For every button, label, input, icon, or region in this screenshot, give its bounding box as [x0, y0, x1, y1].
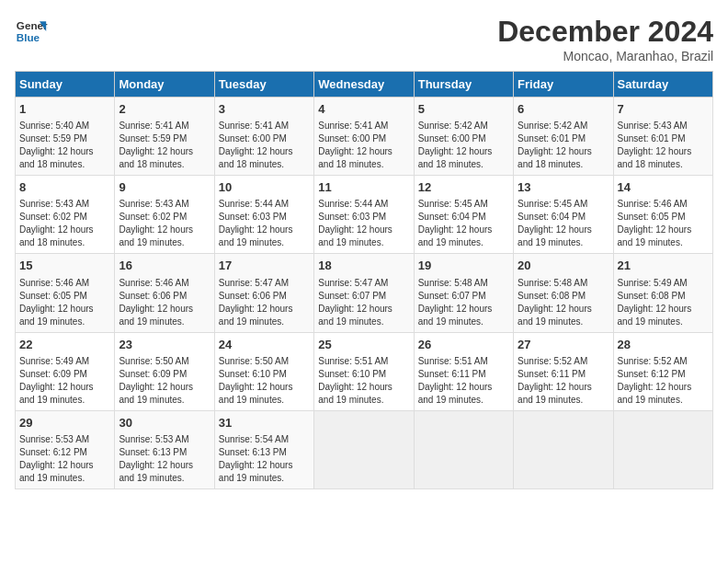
- day-of-week-header: Thursday: [414, 72, 513, 98]
- calendar-day-cell: [314, 410, 414, 488]
- day-of-week-header: Wednesday: [314, 72, 414, 98]
- day-number: 30: [119, 415, 210, 431]
- calendar-week-row: 15Sunrise: 5:46 AMSunset: 6:05 PMDayligh…: [16, 254, 713, 332]
- day-number: 26: [418, 337, 509, 353]
- svg-text:Blue: Blue: [17, 31, 40, 43]
- day-info: Sunrise: 5:42 AMSunset: 6:01 PMDaylight:…: [518, 120, 609, 171]
- logo-icon: General Blue: [15, 15, 48, 48]
- calendar-day-cell: 28Sunrise: 5:52 AMSunset: 6:12 PMDayligh…: [613, 332, 712, 410]
- day-of-week-header: Friday: [514, 72, 613, 98]
- calendar-day-cell: 31Sunrise: 5:54 AMSunset: 6:13 PMDayligh…: [214, 410, 313, 488]
- day-number: 22: [19, 337, 110, 353]
- day-info: Sunrise: 5:45 AMSunset: 6:04 PMDaylight:…: [518, 198, 609, 249]
- day-of-week-header: Sunday: [16, 72, 115, 98]
- day-number: 16: [119, 258, 210, 274]
- day-info: Sunrise: 5:50 AMSunset: 6:10 PMDaylight:…: [219, 355, 310, 407]
- day-info: Sunrise: 5:47 AMSunset: 6:07 PMDaylight:…: [318, 277, 409, 328]
- day-info: Sunrise: 5:49 AMSunset: 6:09 PMDaylight:…: [19, 355, 110, 407]
- calendar-day-cell: 8Sunrise: 5:43 AMSunset: 6:02 PMDaylight…: [16, 176, 115, 254]
- day-number: 28: [618, 337, 709, 353]
- title-area: December 2024 Moncao, Maranhao, Brazil: [497, 15, 713, 63]
- day-number: 12: [418, 179, 509, 196]
- calendar-day-cell: 2Sunrise: 5:41 AMSunset: 5:59 PMDaylight…: [115, 98, 214, 176]
- header: General Blue December 2024 Moncao, Maran…: [15, 15, 713, 63]
- day-number: 17: [219, 258, 310, 274]
- day-number: 20: [518, 258, 609, 274]
- day-of-week-header: Tuesday: [214, 72, 313, 98]
- day-number: 7: [618, 101, 709, 118]
- day-info: Sunrise: 5:41 AMSunset: 6:00 PMDaylight:…: [318, 120, 409, 171]
- calendar-day-cell: 3Sunrise: 5:41 AMSunset: 6:00 PMDaylight…: [214, 98, 313, 176]
- calendar-day-cell: 19Sunrise: 5:48 AMSunset: 6:07 PMDayligh…: [414, 254, 513, 332]
- day-number: 6: [518, 101, 609, 118]
- calendar-day-cell: 13Sunrise: 5:45 AMSunset: 6:04 PMDayligh…: [514, 176, 613, 254]
- calendar-day-cell: 17Sunrise: 5:47 AMSunset: 6:06 PMDayligh…: [214, 254, 313, 332]
- day-info: Sunrise: 5:43 AMSunset: 6:02 PMDaylight:…: [119, 198, 210, 249]
- day-number: 27: [518, 337, 609, 353]
- day-number: 5: [418, 101, 509, 118]
- day-number: 21: [618, 258, 709, 274]
- day-number: 13: [518, 179, 609, 196]
- day-info: Sunrise: 5:52 AMSunset: 6:12 PMDaylight:…: [618, 355, 709, 407]
- calendar-day-cell: 25Sunrise: 5:51 AMSunset: 6:10 PMDayligh…: [314, 332, 414, 410]
- day-info: Sunrise: 5:53 AMSunset: 6:13 PMDaylight:…: [119, 433, 210, 485]
- day-number: 10: [219, 179, 310, 196]
- day-info: Sunrise: 5:43 AMSunset: 6:02 PMDaylight:…: [19, 198, 110, 249]
- day-number: 31: [219, 415, 310, 431]
- day-info: Sunrise: 5:46 AMSunset: 6:05 PMDaylight:…: [618, 198, 709, 249]
- day-info: Sunrise: 5:41 AMSunset: 6:00 PMDaylight:…: [219, 120, 310, 171]
- day-number: 25: [318, 337, 409, 353]
- calendar-week-row: 8Sunrise: 5:43 AMSunset: 6:02 PMDaylight…: [16, 176, 713, 254]
- day-number: 29: [19, 415, 110, 431]
- day-info: Sunrise: 5:50 AMSunset: 6:09 PMDaylight:…: [119, 355, 210, 407]
- day-info: Sunrise: 5:51 AMSunset: 6:11 PMDaylight:…: [418, 355, 509, 407]
- day-number: 1: [19, 101, 110, 118]
- day-number: 2: [119, 101, 210, 118]
- calendar-day-cell: 9Sunrise: 5:43 AMSunset: 6:02 PMDaylight…: [115, 176, 214, 254]
- calendar-day-cell: 18Sunrise: 5:47 AMSunset: 6:07 PMDayligh…: [314, 254, 414, 332]
- calendar-day-cell: 1Sunrise: 5:40 AMSunset: 5:59 PMDaylight…: [16, 98, 115, 176]
- day-number: 3: [219, 101, 310, 118]
- day-info: Sunrise: 5:41 AMSunset: 5:59 PMDaylight:…: [119, 120, 210, 171]
- day-number: 23: [119, 337, 210, 353]
- day-number: 11: [318, 179, 409, 196]
- day-info: Sunrise: 5:49 AMSunset: 6:08 PMDaylight:…: [618, 277, 709, 328]
- calendar-day-cell: [514, 410, 613, 488]
- calendar-day-cell: 10Sunrise: 5:44 AMSunset: 6:03 PMDayligh…: [214, 176, 313, 254]
- calendar-table: SundayMondayTuesdayWednesdayThursdayFrid…: [15, 71, 713, 489]
- day-info: Sunrise: 5:44 AMSunset: 6:03 PMDaylight:…: [219, 198, 310, 249]
- day-info: Sunrise: 5:46 AMSunset: 6:06 PMDaylight:…: [119, 277, 210, 328]
- calendar-body: 1Sunrise: 5:40 AMSunset: 5:59 PMDaylight…: [16, 98, 713, 489]
- calendar-week-row: 22Sunrise: 5:49 AMSunset: 6:09 PMDayligh…: [16, 332, 713, 410]
- calendar-day-cell: 30Sunrise: 5:53 AMSunset: 6:13 PMDayligh…: [115, 410, 214, 488]
- calendar-day-cell: [414, 410, 513, 488]
- calendar-day-cell: 6Sunrise: 5:42 AMSunset: 6:01 PMDaylight…: [514, 98, 613, 176]
- day-info: Sunrise: 5:48 AMSunset: 6:07 PMDaylight:…: [418, 277, 509, 328]
- calendar-day-cell: 27Sunrise: 5:52 AMSunset: 6:11 PMDayligh…: [514, 332, 613, 410]
- day-number: 15: [19, 258, 110, 274]
- day-info: Sunrise: 5:43 AMSunset: 6:01 PMDaylight:…: [618, 120, 709, 171]
- day-info: Sunrise: 5:54 AMSunset: 6:13 PMDaylight:…: [219, 433, 310, 485]
- calendar-subtitle: Moncao, Maranhao, Brazil: [497, 49, 713, 63]
- day-of-week-header: Saturday: [613, 72, 712, 98]
- calendar-week-row: 29Sunrise: 5:53 AMSunset: 6:12 PMDayligh…: [16, 410, 713, 488]
- day-number: 9: [119, 179, 210, 196]
- calendar-day-cell: 29Sunrise: 5:53 AMSunset: 6:12 PMDayligh…: [16, 410, 115, 488]
- calendar-day-cell: 20Sunrise: 5:48 AMSunset: 6:08 PMDayligh…: [514, 254, 613, 332]
- calendar-day-cell: 23Sunrise: 5:50 AMSunset: 6:09 PMDayligh…: [115, 332, 214, 410]
- calendar-day-cell: 7Sunrise: 5:43 AMSunset: 6:01 PMDaylight…: [613, 98, 712, 176]
- day-number: 19: [418, 258, 509, 274]
- calendar-day-cell: 11Sunrise: 5:44 AMSunset: 6:03 PMDayligh…: [314, 176, 414, 254]
- day-number: 14: [618, 179, 709, 196]
- day-info: Sunrise: 5:40 AMSunset: 5:59 PMDaylight:…: [19, 120, 110, 171]
- day-number: 24: [219, 337, 310, 353]
- logo: General Blue: [15, 15, 48, 48]
- calendar-day-cell: [613, 410, 712, 488]
- day-info: Sunrise: 5:47 AMSunset: 6:06 PMDaylight:…: [219, 277, 310, 328]
- day-info: Sunrise: 5:45 AMSunset: 6:04 PMDaylight:…: [418, 198, 509, 249]
- calendar-day-cell: 21Sunrise: 5:49 AMSunset: 6:08 PMDayligh…: [613, 254, 712, 332]
- day-of-week-header: Monday: [115, 72, 214, 98]
- calendar-week-row: 1Sunrise: 5:40 AMSunset: 5:59 PMDaylight…: [16, 98, 713, 176]
- day-info: Sunrise: 5:53 AMSunset: 6:12 PMDaylight:…: [19, 433, 110, 485]
- calendar-day-cell: 12Sunrise: 5:45 AMSunset: 6:04 PMDayligh…: [414, 176, 513, 254]
